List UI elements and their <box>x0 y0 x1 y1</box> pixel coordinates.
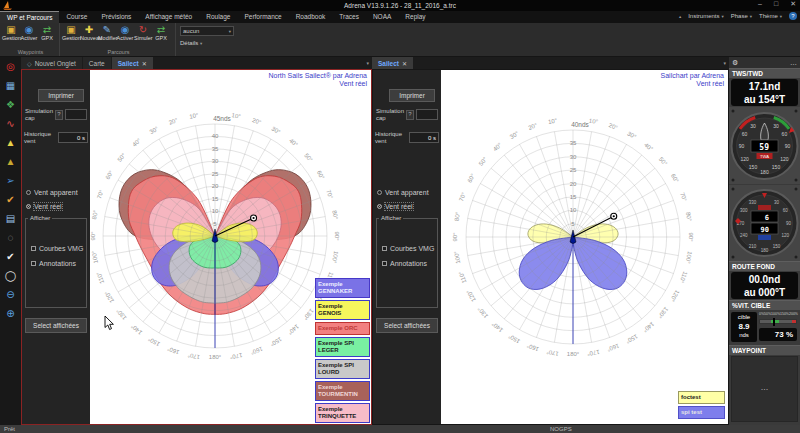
svg-text:120°: 120° <box>465 288 477 302</box>
ribbon-button[interactable]: ▣Gestion <box>2 24 20 41</box>
legend-item[interactable]: foctest <box>678 391 725 404</box>
ribbon-button[interactable]: ◉Activer <box>20 24 38 41</box>
checkbox-annotations[interactable]: Annotations <box>31 260 76 267</box>
vit-percent-value: 73 % <box>759 328 797 341</box>
ribbon-tab[interactable]: Performance <box>237 11 288 23</box>
polar-chart-left[interactable]: North Sails Sailect® par Adrena Vent rée… <box>90 70 371 424</box>
chevron-down-icon: ▾ <box>229 29 231 34</box>
ribbon-button[interactable]: ✚Nouveau <box>80 24 98 41</box>
tab-list-dropdown-icon[interactable]: ▾ <box>723 60 726 66</box>
waypoints-list-icon[interactable]: ▲ <box>0 152 21 171</box>
svg-text:170°: 170° <box>187 352 201 360</box>
gear-icon[interactable]: ⚙ <box>732 59 738 67</box>
simulation-cap-input[interactable] <box>416 109 438 120</box>
menu-dropdown[interactable]: Thème▾ <box>759 13 782 19</box>
ribbon-tab[interactable]: Roulage <box>199 11 237 23</box>
close-tab-icon[interactable]: ✕ <box>142 60 147 67</box>
svg-text:40nds: 40nds <box>571 121 589 128</box>
svg-text:70°: 70° <box>458 191 467 202</box>
notes-icon[interactable]: ▤ <box>0 209 21 228</box>
maximize-button[interactable]: □ <box>774 0 778 8</box>
close-tab-icon[interactable]: ✕ <box>402 60 407 67</box>
route-icon[interactable]: ∿ <box>0 114 21 133</box>
minimize-button[interactable]: – <box>758 0 762 8</box>
simulation-cap-input[interactable] <box>65 109 87 120</box>
validate-route-icon[interactable]: ✔ <box>0 190 21 209</box>
selection-icon[interactable]: ◯ <box>0 266 21 285</box>
checkbox-courbes-vmg[interactable]: Courbes VMG <box>31 245 83 252</box>
ribbon-collapse-icon[interactable]: ▴ <box>679 14 681 19</box>
parcours-select[interactable]: aucun▾ <box>180 26 234 36</box>
menu-dropdown[interactable]: Phase▾ <box>731 13 752 19</box>
lifebuoy-icon[interactable]: ◎ <box>0 57 21 76</box>
document-tab[interactable]: ◇Nouvel Onglet <box>21 57 82 69</box>
ribbon-tab[interactable]: Affichage météo <box>138 11 199 23</box>
document-tab[interactable]: Carte <box>83 57 111 69</box>
legend-item[interactable]: Exemple SPI LEGER <box>315 337 370 357</box>
print-button[interactable]: Imprimer <box>389 89 435 102</box>
svg-text:90°: 90° <box>90 231 96 241</box>
chevron-down-icon: ▾ <box>200 41 202 46</box>
legend-item[interactable]: Exemple SPI LOURD <box>315 359 370 379</box>
ribbon-tab[interactable]: NOAA <box>366 11 398 23</box>
legend-item[interactable]: Exemple TRINQUETTE <box>315 403 370 423</box>
ribbon-button[interactable]: ↻Simuler <box>134 24 152 41</box>
measure-icon[interactable]: ◌ <box>0 228 21 247</box>
svg-text:150: 150 <box>749 164 758 170</box>
ribbon-button[interactable]: ⇄GPX <box>152 24 170 41</box>
historique-vent-input[interactable]: 0 s <box>409 132 439 143</box>
check-icon[interactable]: ✔ <box>0 247 21 266</box>
legend-item[interactable]: Exemple ORC <box>315 322 370 335</box>
map-icon[interactable]: ▦ <box>0 76 21 95</box>
details-dropdown[interactable]: Détails ▾ <box>180 40 300 46</box>
mouse-cursor <box>104 316 115 332</box>
ribbon-tab[interactable]: Course <box>59 11 94 23</box>
legend-item[interactable]: Exemple GENOIS <box>315 300 370 320</box>
select-affichees-button[interactable]: Select affichées <box>376 318 438 333</box>
ribbon-tab[interactable]: WP et Parcours <box>0 11 59 23</box>
zoom-in-icon[interactable]: ⊕ <box>0 304 21 323</box>
svg-text:240: 240 <box>740 233 748 238</box>
svg-text:150: 150 <box>773 244 781 249</box>
globe-route-icon[interactable]: ❖ <box>0 95 21 114</box>
polar-plot[interactable]: 10°10°20°20°30°30°40°40°50°50°60°60°70°7… <box>441 70 727 423</box>
legend-item[interactable]: Exemple TOURMENTIN <box>315 381 370 401</box>
svg-text:110°: 110° <box>678 271 688 285</box>
radio-vent-reel[interactable]: Vent réel <box>377 203 413 210</box>
radio-vent-reel[interactable]: Vent réel <box>26 203 62 210</box>
help-icon[interactable]: ? <box>789 12 797 20</box>
menu-right-cluster: ▴ Instruments▾Phase▾Thème▾ ? <box>679 12 797 20</box>
ribbon-button[interactable]: ⇄GPX <box>38 24 56 41</box>
ribbon-tab[interactable]: Traces <box>332 11 366 23</box>
radio-vent-apparent[interactable]: Vent apparent <box>377 189 429 196</box>
ribbon-tab[interactable]: Roadbook <box>289 11 333 23</box>
document-tab[interactable]: Sailect✕ <box>372 57 413 69</box>
tab-list-dropdown-icon[interactable]: ▾ <box>366 60 369 66</box>
help-button[interactable]: ? <box>55 110 63 120</box>
legend-item[interactable]: Exemple GENNAKER <box>315 278 370 298</box>
close-button[interactable]: ✕ <box>790 0 796 8</box>
print-button[interactable]: Imprimer <box>38 89 84 102</box>
ribbon-button[interactable]: ✎Modifier <box>98 24 116 41</box>
historique-vent-input[interactable]: 0 s <box>58 132 88 143</box>
zoom-out-icon[interactable]: ⊖ <box>0 285 21 304</box>
polar-chart-right[interactable]: Sailchart par Adrena Vent réel 10°10°20°… <box>441 70 728 424</box>
ribbon-tab[interactable]: Prévisions <box>94 11 138 23</box>
ribbon-button[interactable]: ◉Activer <box>116 24 134 41</box>
help-button[interactable]: ? <box>406 110 414 120</box>
waypoint-arrow-icon[interactable]: ➢ <box>0 171 21 190</box>
checkbox-annotations[interactable]: Annotations <box>382 260 427 267</box>
waypoint-icon[interactable]: ▲ <box>0 133 21 152</box>
ribbon-button[interactable]: ▣Gestion <box>62 24 80 41</box>
panel-menu-icon[interactable]: … <box>790 59 797 66</box>
svg-text:100°: 100° <box>91 250 99 264</box>
svg-text:90: 90 <box>785 143 791 149</box>
menu-dropdown[interactable]: Instruments▾ <box>688 13 724 19</box>
svg-text:45nds: 45nds <box>213 115 231 122</box>
ribbon-tab[interactable]: Replay <box>398 11 432 23</box>
checkbox-courbes-vmg[interactable]: Courbes VMG <box>382 245 434 252</box>
radio-vent-apparent[interactable]: Vent apparent <box>26 189 78 196</box>
legend-item[interactable]: spi test <box>678 406 725 419</box>
select-affichees-button[interactable]: Select affichées <box>25 318 87 333</box>
document-tab[interactable]: Sailect✕ <box>112 57 153 69</box>
